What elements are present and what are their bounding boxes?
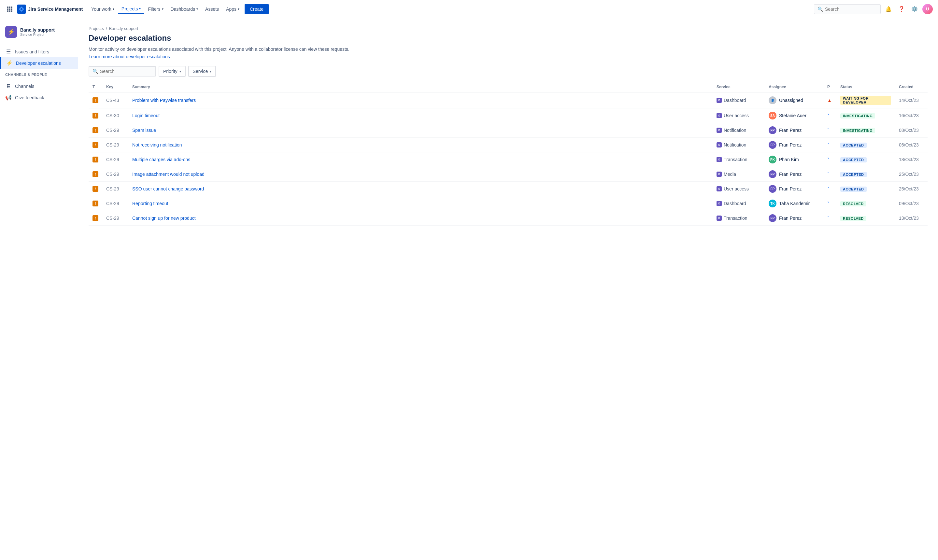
row-type: ! (89, 123, 102, 138)
priority-icon: ˅ (827, 172, 830, 177)
chevron-down-icon: ▾ (162, 7, 163, 11)
issue-summary-link[interactable]: Not receiving notification (132, 142, 182, 148)
table-row: !CS-30Login timeout⚙User accessSAStefani… (89, 108, 927, 123)
row-service: ⚙User access (713, 108, 765, 123)
grid-icon[interactable] (5, 5, 14, 14)
row-assignee: FPFran Perez (765, 138, 823, 152)
issue-summary-link[interactable]: SSO user cannot change password (132, 186, 204, 191)
row-assignee: FPFran Perez (765, 211, 823, 226)
global-search[interactable]: 🔍 (814, 4, 881, 14)
nav-apps[interactable]: Apps ▾ (223, 5, 243, 14)
priority-icon: ˅ (827, 157, 830, 162)
search-input[interactable] (825, 6, 877, 12)
sidebar-item-developer-escalations[interactable]: ⚡ Developer escalations (0, 57, 78, 69)
create-button[interactable]: Create (245, 4, 269, 14)
service-icon: ⚙ (716, 215, 722, 221)
sidebar-item-channels[interactable]: 🖥 Channels (0, 81, 78, 92)
assignee-name: Fran Perez (779, 128, 801, 133)
row-created: 08/Oct/23 (895, 123, 927, 138)
nav-projects-label: Projects (122, 6, 138, 11)
priority-filter[interactable]: Priority ▾ (159, 66, 186, 77)
issue-summary-link[interactable]: Login timeout (132, 113, 160, 118)
row-summary[interactable]: Login timeout (128, 108, 713, 123)
learn-more-link[interactable]: Learn more about developer escalations (89, 54, 170, 59)
channels-icon: 🖥 (5, 83, 12, 89)
chevron-down-icon: ▾ (139, 7, 141, 11)
search-input[interactable] (100, 69, 152, 74)
settings-button[interactable]: ⚙️ (909, 4, 920, 14)
row-priority: ▲ (823, 92, 836, 108)
row-service: ⚙Notification (713, 138, 765, 152)
row-priority: ˅ (823, 138, 836, 152)
svg-rect-6 (7, 11, 8, 12)
service-name: Dashboard (724, 98, 746, 103)
breadcrumb: Projects / Banc.ly support (89, 26, 927, 31)
svg-rect-1 (9, 6, 11, 8)
table-row: !CS-29Cannot sign up for new product⚙Tra… (89, 211, 927, 226)
issue-summary-link[interactable]: Reporting timeout (132, 201, 168, 206)
service-name: Media (724, 172, 736, 177)
breadcrumb-projects[interactable]: Projects (89, 26, 104, 31)
sidebar-item-give-feedback[interactable]: 📢 Give feedback (0, 92, 78, 103)
row-assignee: PKPhan Kim (765, 152, 823, 167)
table-row: !CS-29Multiple charges via add-ons⚙Trans… (89, 152, 927, 167)
row-priority: ˅ (823, 196, 836, 211)
status-badge: RESOLVED (840, 216, 866, 221)
row-assignee: SAStefanie Auer (765, 108, 823, 123)
app-layout: ⚡ Banc.ly support Service Project ☰ Issu… (0, 18, 938, 560)
col-header-assignee: Assignee (765, 82, 823, 92)
row-assignee: 👤Unassigned (765, 92, 823, 108)
user-avatar[interactable]: U (923, 4, 933, 14)
row-key: CS-29 (102, 196, 128, 211)
assignee-avatar: FP (769, 141, 776, 149)
row-summary[interactable]: Image attachment would not upload (128, 167, 713, 182)
row-summary[interactable]: Reporting timeout (128, 196, 713, 211)
row-summary[interactable]: Not receiving notification (128, 138, 713, 152)
nav-dashboards[interactable]: Dashboards ▾ (168, 5, 202, 14)
issue-summary-link[interactable]: Spam issue (132, 128, 156, 133)
assignee-name: Fran Perez (779, 142, 801, 148)
row-type: ! (89, 92, 102, 108)
row-key: CS-29 (102, 138, 128, 152)
row-summary[interactable]: Multiple charges via add-ons (128, 152, 713, 167)
service-name: Transaction (724, 157, 747, 162)
issue-summary-link[interactable]: Problem with Paywise transfers (132, 98, 196, 103)
row-summary[interactable]: Problem with Paywise transfers (128, 92, 713, 108)
issue-search[interactable]: 🔍 (89, 66, 156, 77)
table-row: !CS-29Spam issue⚙NotificationFPFran Pere… (89, 123, 927, 138)
table-row: !CS-29SSO user cannot change password⚙Us… (89, 182, 927, 196)
help-button[interactable]: ❓ (896, 4, 907, 14)
row-assignee: FPFran Perez (765, 182, 823, 196)
service-name: Notification (724, 142, 746, 148)
row-summary[interactable]: Cannot sign up for new product (128, 211, 713, 226)
row-key: CS-29 (102, 182, 128, 196)
notifications-button[interactable]: 🔔 (883, 4, 894, 14)
service-name: Transaction (724, 215, 747, 221)
priority-icon: ˅ (827, 128, 830, 133)
issue-type-icon: ! (92, 215, 99, 221)
issue-summary-link[interactable]: Cannot sign up for new product (132, 215, 196, 221)
service-filter[interactable]: Service ▾ (188, 66, 216, 77)
issue-type-icon: ! (92, 97, 99, 103)
assignee-avatar: FP (769, 214, 776, 222)
row-status: RESOLVED (836, 196, 895, 211)
nav-your-work[interactable]: Your work ▾ (88, 5, 117, 14)
issue-summary-link[interactable]: Multiple charges via add-ons (132, 157, 190, 162)
app-logo[interactable]: Jira Service Management (17, 5, 83, 14)
project-type: Service Project (20, 32, 55, 37)
nav-projects[interactable]: Projects ▾ (118, 4, 144, 14)
row-service: ⚙Transaction (713, 211, 765, 226)
row-summary[interactable]: SSO user cannot change password (128, 182, 713, 196)
main-content: Projects / Banc.ly support Developer esc… (78, 18, 938, 560)
nav-assets[interactable]: Assets (202, 5, 222, 14)
chevron-down-icon: ▾ (210, 70, 211, 73)
sidebar-item-issues[interactable]: ☰ Issues and filters (0, 46, 78, 57)
service-filter-label: Service (193, 69, 208, 74)
issue-summary-link[interactable]: Image attachment would not upload (132, 172, 205, 177)
breadcrumb-project[interactable]: Banc.ly support (109, 26, 139, 31)
row-summary[interactable]: Spam issue (128, 123, 713, 138)
row-priority: ˅ (823, 167, 836, 182)
status-badge: ACCEPTED (840, 172, 867, 177)
nav-filters[interactable]: Filters ▾ (145, 5, 166, 14)
assignee-avatar: FP (769, 170, 776, 178)
